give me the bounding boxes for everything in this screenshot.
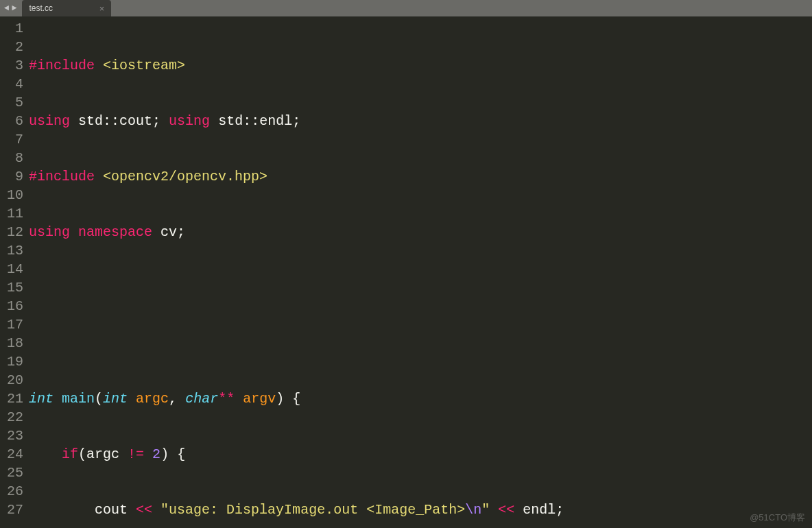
tab-filename: test.cc	[29, 3, 53, 13]
line-number: 15	[0, 278, 23, 297]
line-number: 18	[0, 334, 23, 352]
code-line: using namespace cv;	[29, 223, 812, 241]
line-number: 3	[0, 56, 23, 75]
watermark: @51CTO博客	[750, 512, 805, 524]
line-number: 20	[0, 371, 23, 389]
editor[interactable]: 1 2 3 4 5 6 7 8 9 10 11 12 13 14 15 16 1…	[0, 16, 812, 528]
line-number-gutter: 1 2 3 4 5 6 7 8 9 10 11 12 13 14 15 16 1…	[0, 16, 29, 528]
file-tab[interactable]: test.cc ×	[22, 0, 111, 16]
line-number: 19	[0, 352, 23, 371]
code-line: cout << "usage: DisplayImage.out <Image_…	[29, 501, 812, 519]
line-number: 17	[0, 315, 23, 334]
line-number: 14	[0, 260, 23, 278]
line-number: 12	[0, 223, 23, 241]
line-number: 25	[0, 464, 23, 482]
line-number: 1	[0, 19, 23, 38]
title-bar: ◄ ► test.cc ×	[0, 0, 812, 16]
line-number: 23	[0, 427, 23, 445]
line-number: 21	[0, 389, 23, 408]
line-number: 9	[0, 167, 23, 186]
line-number: 24	[0, 445, 23, 464]
line-number: 8	[0, 149, 23, 167]
code-line	[29, 278, 812, 297]
close-icon[interactable]: ×	[99, 3, 105, 14]
code-line: #include <opencv2/opencv.hpp>	[29, 167, 812, 186]
line-number: 11	[0, 204, 23, 223]
line-number: 2	[0, 38, 23, 56]
line-number: 22	[0, 408, 23, 427]
code-line: using std::cout; using std::endl;	[29, 112, 812, 130]
line-number: 10	[0, 186, 23, 204]
code-line: int main(int argc, char** argv) {	[29, 389, 812, 408]
line-number: 13	[0, 241, 23, 260]
line-number: 27	[0, 501, 23, 519]
nav-arrows: ◄ ►	[4, 3, 16, 13]
line-number: 6	[0, 112, 23, 130]
code-line: #include <iostream>	[29, 56, 812, 75]
line-number: 16	[0, 297, 23, 315]
line-number: 7	[0, 130, 23, 149]
nav-forward-icon[interactable]: ►	[12, 3, 16, 13]
nav-back-icon[interactable]: ◄	[4, 3, 9, 13]
line-number: 26	[0, 482, 23, 501]
line-number: 5	[0, 93, 23, 112]
code-line	[29, 334, 812, 352]
code-area[interactable]: #include <iostream> using std::cout; usi…	[29, 16, 812, 528]
code-line: if(argc != 2) {	[29, 445, 812, 464]
line-number: 4	[0, 75, 23, 93]
